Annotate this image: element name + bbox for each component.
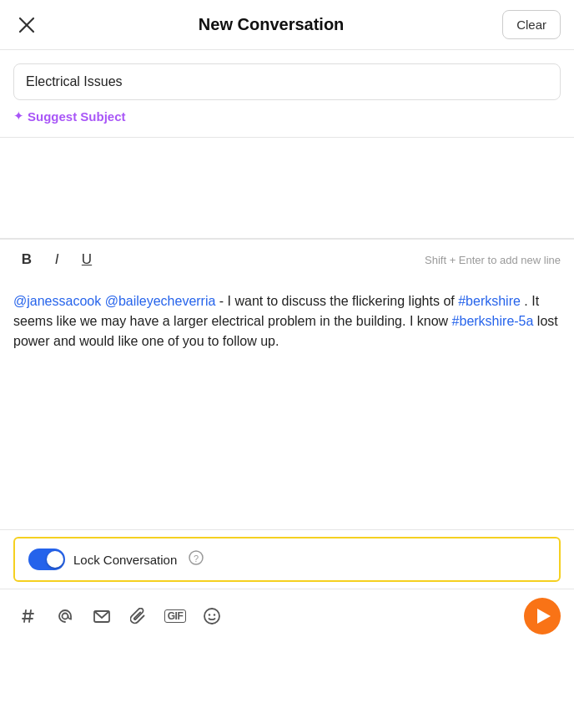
bold-button[interactable]: B [13,246,40,273]
svg-point-10 [204,609,219,624]
toggle-thumb [47,551,63,568]
subject-input[interactable] [13,63,561,100]
svg-text:?: ? [194,554,199,564]
sparkle-icon: ✦ [13,109,24,124]
svg-point-12 [214,614,215,615]
emoji-button[interactable] [197,601,227,631]
svg-point-8 [63,614,68,619]
mention-janessacook: @janessacook [13,294,101,308]
svg-line-6 [24,610,26,622]
gif-button[interactable]: GIF [160,601,190,631]
close-button[interactable] [13,12,40,38]
attachment-icon [130,608,147,624]
email-button[interactable] [87,601,117,631]
at-icon [57,608,73,624]
underline-button[interactable]: U [73,246,100,273]
hash-icon [20,608,37,624]
send-icon [537,609,551,624]
mention-baileyecheverria: @baileyecheverria [105,294,216,308]
svg-line-7 [29,610,31,622]
attachment-button[interactable] [123,601,154,631]
gif-icon: GIF [164,609,187,623]
toggle-track [28,549,65,570]
page-title: New Conversation [40,15,502,34]
email-icon [93,607,111,625]
suggest-subject-label: Suggest Subject [28,109,126,124]
editor-spacer [0,138,574,238]
hashtag-button[interactable] [13,601,43,631]
hashtag-berkshire: #berkshire [458,294,521,308]
clear-button[interactable]: Clear [502,10,561,39]
mention-button[interactable] [50,601,80,631]
hashtag-berkshire-5a: #berkshire-5a [452,314,534,328]
bottom-toolbar: GIF [0,589,574,643]
send-button[interactable] [524,598,561,634]
format-buttons: B I U [13,246,100,273]
help-icon[interactable]: ? [189,550,204,569]
subject-section: ✦ Suggest Subject [0,50,574,138]
svg-point-11 [209,614,210,615]
close-icon [18,17,35,33]
lock-label: Lock Conversation [73,553,177,567]
emoji-icon [203,607,221,625]
editor-hint: Shift + Enter to add new line [425,254,561,266]
text-intro: - I want to discuss the flickering light… [219,294,458,308]
lock-toggle[interactable] [28,549,65,570]
editor-toolbar: B I U Shift + Enter to add new line [0,239,574,280]
header: New Conversation Clear [0,0,574,50]
editor-area[interactable]: @janessacook @baileyecheverria - I want … [0,280,574,530]
suggest-subject-button[interactable]: ✦ Suggest Subject [13,109,561,130]
lock-conversation-row: Lock Conversation ? [13,537,561,582]
italic-button[interactable]: I [43,246,70,273]
